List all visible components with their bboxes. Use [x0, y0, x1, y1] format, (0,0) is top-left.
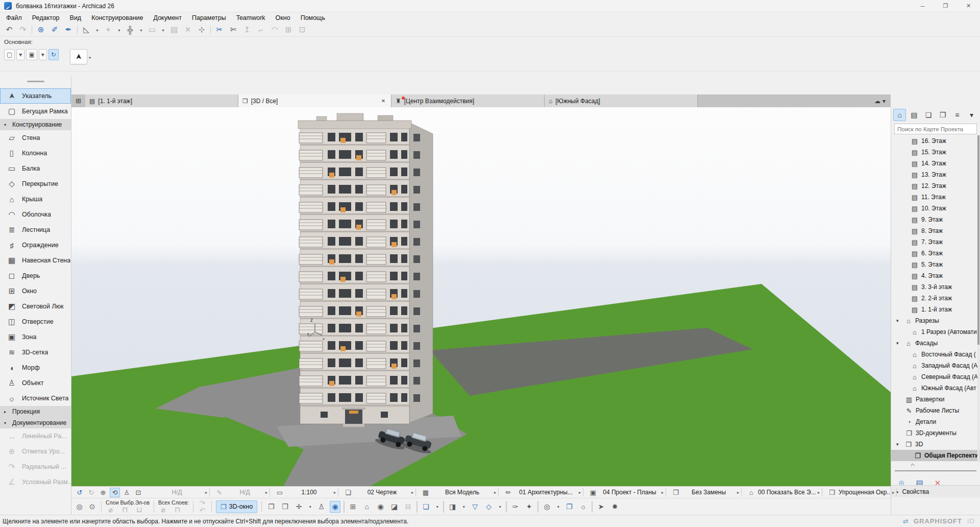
project-map-item[interactable]: ▤ 10. Этаж [891, 203, 980, 214]
navigator-mode-button[interactable]: ❏ [922, 109, 935, 121]
layer-action-button[interactable]: ⊓ [120, 506, 130, 514]
view-nav-button[interactable]: ⊕ [98, 488, 108, 497]
view-toolbar-button[interactable]: ⌂ [361, 501, 372, 513]
navigator-mode-button[interactable]: ≡ [951, 109, 964, 121]
tab-overview-button[interactable]: ⊞ [71, 94, 85, 107]
tree-scrollbar[interactable] [977, 135, 979, 462]
view-toolbar-button[interactable]: ♙ [316, 501, 327, 513]
toolbox-item[interactable]: ◻ Дверь [0, 268, 71, 283]
dropdown-icon[interactable]: ▸ [89, 55, 91, 60]
view-nav-button[interactable]: ⊡ [133, 488, 143, 497]
navigator-mode-button[interactable]: ❒ [937, 109, 949, 121]
toolbar-button[interactable]: ▭ [147, 25, 157, 34]
layer-toggle-button[interactable]: ⊙ [87, 502, 97, 511]
chevron-down-icon[interactable]: ▾ [896, 318, 902, 323]
view-toolbar-button[interactable] [416, 501, 418, 513]
view-toolbar-button[interactable]: ✸ [609, 501, 620, 513]
toolbar-button[interactable]: ✐ [50, 25, 60, 34]
view-nav-button[interactable]: ↻ [86, 488, 96, 497]
view-toolbar-button[interactable]: ▾ [497, 501, 503, 513]
close-tab-icon[interactable]: ✕ [380, 98, 387, 104]
view-nav-button[interactable]: ⟲ [110, 488, 120, 497]
view-toolbar-button[interactable]: ➤ [596, 501, 606, 513]
view-nav-button[interactable]: ♙ [121, 488, 132, 497]
chevron-down-icon[interactable]: ▾ [896, 341, 902, 346]
project-map-item[interactable]: ▤ 15. Этаж [891, 147, 980, 158]
quick-option-dropdown[interactable]: ❏ 02 Чертеж ▸ [342, 487, 417, 498]
arrow-tool-button[interactable]: ➤ [70, 49, 87, 64]
toolbar-button[interactable]: ↶ [4, 25, 14, 34]
view-toolbar-button[interactable]: ◎ [542, 501, 552, 513]
quick-option-dropdown[interactable]: ✏ 01 Архитектурны... ▸ [503, 487, 584, 498]
toolbox-item[interactable]: ▸ Проекция [0, 406, 71, 417]
project-map-item[interactable]: ❐ Общая Перспекти [891, 450, 980, 461]
toolbar-button[interactable]: ↥ [242, 25, 252, 34]
view-toolbar-button[interactable] [443, 501, 444, 513]
project-map-item[interactable]: ▤ 4. Этаж [891, 270, 980, 281]
project-map-item[interactable]: ▤ 13. Этаж [891, 169, 980, 180]
project-map-item[interactable]: ▾ ⌂ Разрезы [891, 315, 980, 326]
tool-settings-button[interactable]: ▢ [4, 49, 15, 60]
view-toolbar-button[interactable]: ▾ [434, 501, 440, 513]
window-control-button[interactable]: ✕ [957, 0, 980, 12]
navigator-mode-button[interactable]: ▤ [908, 109, 920, 121]
quick-option-dropdown[interactable]: ✎ Н/Д ▸ [214, 487, 271, 498]
toolbox-item[interactable]: ▱ Стена [0, 130, 71, 146]
history-button[interactable]: ↷ [198, 499, 207, 507]
project-map-item[interactable]: ❒ 3D-документы [891, 427, 980, 439]
toolbar-button[interactable]: ⌐ [256, 26, 266, 34]
layer-action-button[interactable]: ⊓ [173, 506, 182, 514]
quick-option-dropdown[interactable]: ▦ Вся Модель ▸ [420, 487, 500, 498]
toolbar-button[interactable]: ✕ [183, 25, 193, 34]
menu-item[interactable]: Конструирование [86, 13, 148, 22]
project-map-item[interactable]: ⌂ Южный Фасад (Авт [891, 382, 980, 394]
project-map-item[interactable]: ▤ 9. Этаж [891, 214, 980, 225]
toolbar-button[interactable]: ↷ [18, 25, 28, 34]
toolbar-button[interactable]: ▾ [117, 26, 121, 33]
toolbar-button[interactable]: ⌖ [103, 25, 113, 34]
scrollbar-thumb[interactable] [977, 135, 979, 345]
toolbar-button[interactable] [32, 26, 32, 34]
project-map-item[interactable]: ▤ 8. Этаж [891, 225, 980, 236]
project-map-item[interactable]: ✎ Рабочие Листы [891, 405, 980, 416]
toolbox-item[interactable]: ♯ Ограждение [0, 237, 71, 253]
view-toolbar-button[interactable]: ◨ [447, 501, 458, 513]
toolbar-button[interactable]: ◠ [270, 25, 280, 34]
project-map-item-clipped[interactable]: ⌂ [891, 461, 980, 466]
quick-option-dropdown[interactable]: ❐ Без Замены ▸ [670, 487, 743, 498]
toolbar-button[interactable]: ✒ [63, 25, 74, 34]
view-toolbar-button[interactable]: ☼ [578, 501, 589, 513]
window-control-button[interactable]: ❐ [934, 0, 957, 12]
3d-viewport[interactable]: z y x [71, 107, 891, 486]
view-toolbar-button[interactable]: ✦ [524, 501, 534, 513]
toolbox-item[interactable]: ◇ Перекрытие [0, 176, 71, 191]
view-toolbar-button[interactable]: ◪ [389, 501, 400, 513]
toolbox-item[interactable]: ▭ Балка [0, 161, 71, 176]
tool-settings-button[interactable]: ▾ [39, 49, 47, 60]
layer-toggle-button[interactable]: ◎ [75, 502, 84, 511]
3d-window-button[interactable]: ❒ 3D-окно [216, 500, 257, 513]
toolbox-item[interactable]: ⊕ Отметка Уро... [0, 444, 71, 459]
quick-option-dropdown[interactable]: ⌂ 00 Показать Все Э... ▸ [746, 487, 823, 498]
toolbar-button[interactable]: ⊡ [297, 25, 307, 34]
toolbar-button[interactable]: ╬ [125, 26, 135, 34]
project-map-item[interactable]: ▤ 2. 2-й этаж [891, 293, 980, 304]
tool-settings-button[interactable]: ▣ [26, 49, 37, 60]
view-toolbar-button[interactable]: ⊟ [403, 501, 413, 513]
view-toolbar-button[interactable]: ◇ [483, 501, 494, 513]
view-tab[interactable]: ♜ [Центр Взаимодействия] [391, 94, 545, 107]
view-toolbar-button[interactable]: ◉ [375, 501, 386, 513]
project-map-item[interactable]: ▤ 16. Этаж [891, 135, 980, 147]
tabstrip-tool[interactable]: ▾ [883, 98, 886, 105]
view-toolbar-button[interactable] [537, 501, 538, 513]
toolbox-item[interactable]: ♙ Объект [0, 375, 71, 391]
menu-item[interactable]: Помощь [296, 13, 330, 22]
quick-option-dropdown[interactable]: ▣ 04 Проект - Планы ▸ [587, 487, 667, 498]
toolbox-item[interactable]: ∠ Условный Разм... [0, 474, 71, 490]
quick-option-dropdown[interactable]: Н/Д ▸ [150, 487, 211, 498]
toolbar-button[interactable]: ⊛ [36, 25, 46, 34]
menu-item[interactable]: Teamwork [231, 13, 271, 22]
toolbox-item[interactable]: ◖ Морф [0, 360, 71, 375]
toolbar-button[interactable]: ◺ [81, 25, 91, 34]
tool-settings-button[interactable]: ↻ [48, 49, 59, 60]
